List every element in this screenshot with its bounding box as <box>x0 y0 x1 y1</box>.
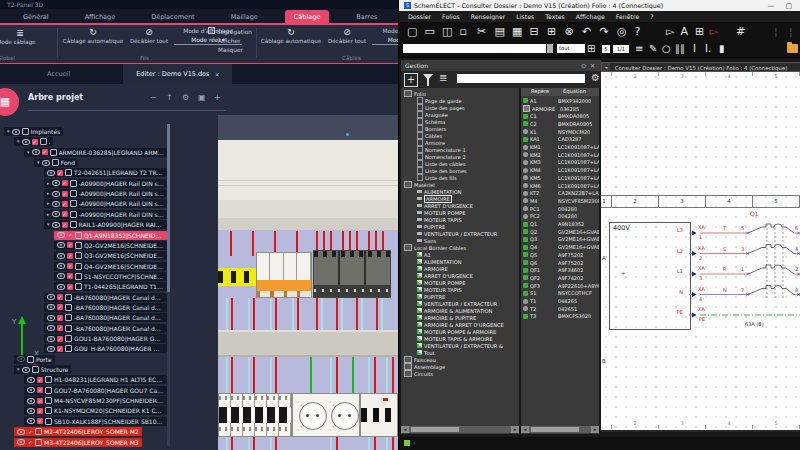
eye-icon[interactable] <box>47 170 55 176</box>
tree-row[interactable]: ▾✓. <box>14 137 53 146</box>
eye-icon[interactable] <box>52 180 60 186</box>
print-icon[interactable]: ⊟ <box>530 24 539 39</box>
gestion-tree-item[interactable]: Liste des bornes <box>417 167 467 174</box>
chevron-icon[interactable]: ▾ <box>47 220 50 229</box>
tree-row[interactable]: ✓-BA760080|HAGER Canal de câblage en PVC… <box>44 293 167 302</box>
checkbox-icon[interactable]: ✓ <box>37 418 43 424</box>
cursor-ibeam-icon[interactable]: Ι <box>693 42 696 56</box>
checkbox-icon[interactable]: ✓ <box>67 242 73 248</box>
tree-row[interactable]: ▸✓-A09900|HAGER Rail DIN symétriq 15mm 2… <box>44 189 167 198</box>
table-row[interactable]: Q4GV2ME16+GVAE11 <box>523 243 599 251</box>
checkbox-icon[interactable]: ✓ <box>57 170 63 176</box>
table-row[interactable]: KM4LC1K091087+LA1KN <box>523 166 599 174</box>
cables-cablage-automatique-button[interactable]: ↻ Câblage automatique <box>260 27 322 44</box>
gestion-tree-item[interactable]: MOTEUR POMPE & ARMOIRE <box>417 328 496 335</box>
gestion-tree-item[interactable]: Page de garde <box>417 97 462 104</box>
eye-icon[interactable] <box>52 191 60 197</box>
table-row[interactable]: Q1A9N18352 <box>523 220 584 228</box>
table-row[interactable]: A1BMXP342000 <box>523 97 591 105</box>
table-row[interactable]: S1NSYCCOTHCF <box>523 290 592 298</box>
eye-icon[interactable] <box>22 139 30 145</box>
eye-icon[interactable] <box>57 263 65 269</box>
cut-icon[interactable]: ✂ <box>477 24 486 39</box>
table-row[interactable]: PC2004280 <box>523 213 577 221</box>
scroll-left-arrow[interactable]: ◂ <box>401 426 409 433</box>
close-tab-icon[interactable]: ✕ <box>214 71 219 78</box>
eye-icon[interactable] <box>17 439 25 445</box>
checkbox-icon[interactable]: ✓ <box>37 408 43 414</box>
scroll-left-arrow[interactable]: ◂ <box>521 426 529 433</box>
table-row[interactable]: T3BMXCPS3020 <box>523 313 591 321</box>
help-icon[interactable]: ? <box>635 24 641 39</box>
tree-row[interactable]: ✓SB10-XALK188F|SCHNEIDER SB10 boîte à bo… <box>24 417 167 426</box>
tree-row[interactable]: Porte <box>14 355 55 364</box>
gestion-tree-item[interactable]: Araignée <box>417 111 448 118</box>
table-row[interactable]: K1NSYMDCM20 <box>523 128 590 136</box>
table-row[interactable]: ARMOIRE036285 <box>523 105 579 113</box>
tree-row[interactable]: ✓T2-042651|LEGRAND T2 TRANSFO TSFC 24V <box>44 168 167 177</box>
gestion-header-buttons[interactable]: ⊙✕ <box>577 60 595 71</box>
tree-scrollbar-thumb[interactable] <box>167 124 170 292</box>
checkbox-icon[interactable]: ✓ <box>57 315 63 321</box>
gestion-tree-item[interactable]: Armoire <box>417 139 445 146</box>
tree-row[interactable]: ✓H1-048231|LEGRAND H1 ALTIS ECLAIRAGE 11… <box>24 375 167 384</box>
gestion-tree-item[interactable]: Nomenclature 2 <box>417 153 466 160</box>
gestion-tree-item[interactable]: Liste des pages <box>417 104 465 111</box>
checkbox-icon[interactable]: ✓ <box>32 139 38 145</box>
eye-icon[interactable] <box>12 129 20 135</box>
eye-icon[interactable] <box>27 408 35 414</box>
table-row[interactable]: QF2A9F74202 <box>523 274 583 282</box>
gestion-tree-item[interactable]: Circuits <box>404 370 433 377</box>
gestion-search-input[interactable] <box>457 74 585 83</box>
eye-icon[interactable] <box>47 336 55 342</box>
gestion-tree-item[interactable]: Faisceau <box>404 356 436 363</box>
gestion-tree-item[interactable]: Câbles <box>417 132 442 139</box>
gestion-tree-item[interactable]: Folio <box>404 90 426 97</box>
eye-icon[interactable] <box>47 315 55 321</box>
checkbox-icon[interactable]: ✓ <box>57 325 63 331</box>
checkbox-icon[interactable]: ✓ <box>57 346 63 352</box>
barcode-icon[interactable]: ∥∥ <box>675 42 685 56</box>
checkbox-icon[interactable]: ✓ <box>42 149 48 155</box>
chevron-icon[interactable]: ▸ <box>47 199 50 208</box>
tree-row[interactable]: ▾Structure <box>14 365 71 374</box>
horizontal-scrollbar[interactable]: ◂ ▸ <box>401 426 519 433</box>
eye-icon[interactable] <box>52 222 60 228</box>
table-row[interactable]: KM2LC1K091087+LA1KN <box>523 151 599 159</box>
add-button[interactable]: + <box>404 73 418 87</box>
tab-accueil[interactable]: Accueil <box>34 64 83 84</box>
text-icon[interactable]: A <box>681 24 689 39</box>
table-row[interactable]: M4NSYCVF85M230PF <box>523 197 599 205</box>
folder-icon[interactable] <box>787 44 798 53</box>
chevron-icon[interactable]: ▾ <box>7 127 10 136</box>
eye-icon[interactable] <box>47 304 55 310</box>
pointer-icon[interactable]: ▻ <box>666 24 674 39</box>
checkbox-icon[interactable]: ✓ <box>37 387 43 393</box>
tree-row[interactable]: ✓-BA760080|HAGER Canal de câblage en PVC… <box>44 324 167 333</box>
eye-icon[interactable] <box>57 232 65 238</box>
table-row[interactable]: KM5LC1K091087+LA1KN <box>523 174 599 182</box>
eye-icon[interactable] <box>52 201 60 207</box>
menu-folios[interactable]: Folios <box>442 13 460 20</box>
selection-marquee-icon[interactable]: ▫ <box>460 24 467 39</box>
gestion-close-icon[interactable]: ✕ <box>590 62 595 69</box>
checkbox-icon[interactable]: ✓ <box>57 304 63 310</box>
print-setup-icon[interactable]: ⊞ <box>547 24 556 39</box>
eye-icon[interactable] <box>27 398 35 404</box>
tree-row[interactable]: ▸✓-A09900|HAGER Rail DIN symétriq 15mm 2… <box>44 210 167 219</box>
chevron-icon[interactable]: ▸ <box>47 179 50 188</box>
checkbox-icon[interactable]: ✓ <box>62 222 68 228</box>
checkbox-icon[interactable]: ✓ <box>67 273 73 279</box>
gestion-tree-item[interactable]: ARMOIRE & ALIMENTATION <box>417 307 492 314</box>
eye-icon[interactable] <box>57 242 65 248</box>
table-row[interactable]: Q5A9F75202 <box>523 251 583 259</box>
table-row[interactable]: QF3A9P22610+A9Y6262 <box>523 282 599 290</box>
tree-row[interactable]: ✓M4-NSYCVF85M230PF|SCHNEIDER M4 Ventila.… <box>24 396 167 405</box>
gestion-tree-item[interactable]: Tout <box>417 349 435 356</box>
tree-row[interactable]: ✓GOU_H-BA760080|HAGER GOU_H Canal de c..… <box>44 344 167 353</box>
schematic-canvas[interactable]: 2233445512345AB400V+L3L2L1NPEXA1XA2XA3XA… <box>601 72 800 430</box>
gestion-tree-item[interactable]: Liste des fils <box>417 174 457 181</box>
delete-icon[interactable]: ⊗ <box>565 24 574 39</box>
checkbox-icon[interactable]: ✓ <box>67 253 73 259</box>
minimize-button[interactable]: — <box>763 2 778 10</box>
